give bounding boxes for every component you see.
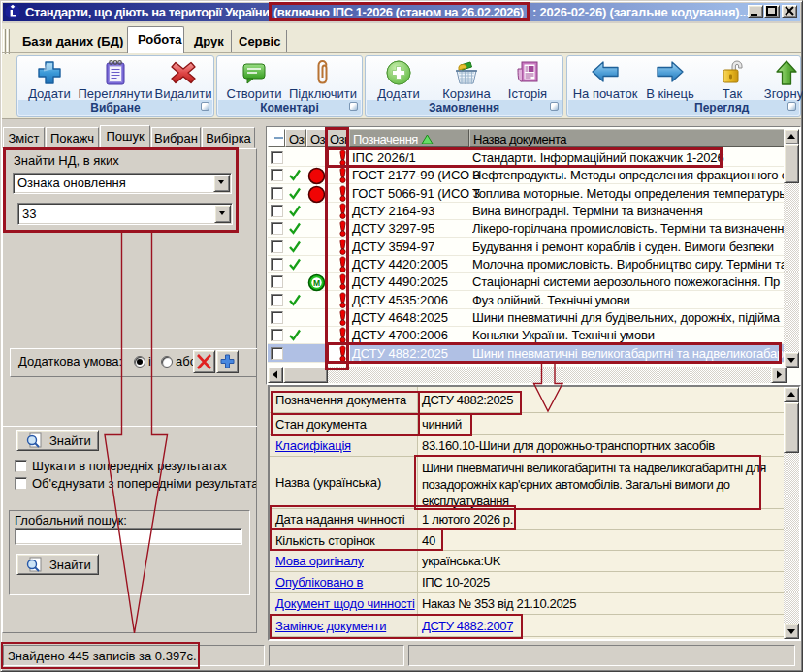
svg-text:М: М [313, 278, 320, 288]
